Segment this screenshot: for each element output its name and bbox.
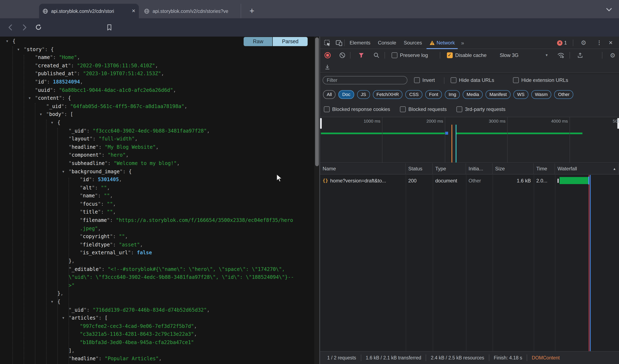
settings-gear-icon[interactable]: ⚙: [581, 40, 586, 46]
hide-data-urls-checkbox[interactable]: Hide data URLs: [451, 77, 494, 83]
checkbox[interactable]: [457, 106, 463, 112]
filter-chip-css[interactable]: CSS: [406, 90, 422, 99]
expand-triangle-icon[interactable]: ▾: [29, 94, 30, 102]
cell-text: document: [435, 178, 457, 183]
preserve-log-checkbox[interactable]: Preserve log: [392, 52, 428, 58]
devtools-tab-elements[interactable]: Elements: [346, 37, 374, 49]
tab-close-icon[interactable]: ✕: [132, 8, 136, 14]
devtools-tab-sources[interactable]: Sources: [400, 37, 426, 49]
browser-tab-inactive[interactable]: api.storyblok.com/v2/cdn/stories?ve: [141, 4, 241, 18]
back-button[interactable]: [7, 24, 14, 31]
checkbox[interactable]: [414, 77, 420, 83]
column-divider: [493, 175, 493, 351]
request-time[interactable]: 2.0...: [534, 175, 555, 186]
filter-chip-js[interactable]: JS: [357, 90, 370, 99]
devtools-close-icon[interactable]: ✕: [609, 40, 613, 46]
search-icon[interactable]: [373, 52, 380, 58]
column-header-size[interactable]: Size: [493, 163, 534, 174]
invert-checkbox[interactable]: Invert: [414, 77, 435, 83]
network-overview-timeline[interactable]: 1000 ms2000 ms3000 ms4000 ms5000 ms: [320, 117, 619, 163]
requests-table-header: NameStatusTypeInitia...SizeTimeWaterfall…: [320, 163, 619, 175]
bookmark-icon[interactable]: [106, 24, 113, 31]
kebab-menu-icon[interactable]: ⋮: [597, 40, 602, 46]
device-toolbar-icon[interactable]: [336, 40, 343, 47]
json-line: ▾"content": {: [0, 94, 314, 102]
filter-chip-manifest[interactable]: Manifest: [486, 90, 510, 99]
browser-toolbar: api.storyblok.com/v2/cdn/stories/home?ve…: [0, 18, 619, 37]
json-line: "focus": "",: [0, 200, 314, 208]
hide-extension-urls-checkbox[interactable]: Hide extension URLs: [513, 77, 568, 83]
checkbox[interactable]: [324, 106, 330, 112]
scrollbar-thumb[interactable]: [315, 37, 319, 166]
network-conditions-icon[interactable]: [557, 52, 564, 59]
filter-chip-ws[interactable]: WS: [513, 90, 528, 99]
divider: [570, 52, 570, 59]
filter-chip-wasm[interactable]: Wasm: [531, 90, 551, 99]
filter-input[interactable]: [323, 76, 408, 84]
column-header-type[interactable]: Type: [433, 163, 466, 174]
more-tabs-icon[interactable]: »: [459, 40, 466, 46]
filter-chip-doc[interactable]: Doc: [338, 90, 354, 99]
devtools-tab-console[interactable]: Console: [374, 37, 400, 49]
domcontentloaded-marker: [451, 125, 452, 162]
request-type[interactable]: document: [433, 175, 466, 186]
column-header-initia[interactable]: Initia...: [466, 163, 493, 174]
expand-triangle-icon[interactable]: ▾: [51, 298, 53, 306]
dropdown-chevron-icon[interactable]: ▼: [545, 54, 548, 57]
disable-cache-checkbox[interactable]: Disable cache: [447, 52, 487, 58]
filter-chip-other[interactable]: Other: [554, 90, 573, 99]
column-header-status[interactable]: Status: [406, 163, 433, 174]
column-header-waterfall[interactable]: Waterfall▲: [555, 163, 619, 174]
filter-chip-media[interactable]: Media: [463, 90, 483, 99]
export-har-icon[interactable]: [577, 52, 583, 58]
record-button[interactable]: [324, 52, 331, 59]
import-har-icon[interactable]: [324, 64, 330, 70]
expand-triangle-icon[interactable]: ▾: [51, 119, 53, 127]
checkbox[interactable]: [400, 106, 406, 112]
blocked-filter-checkbox[interactable]: Blocked requests: [400, 106, 447, 112]
checkbox[interactable]: [513, 77, 519, 83]
raw-button[interactable]: Raw: [244, 37, 273, 46]
timeline-gridline: [445, 117, 445, 162]
blocked-filter-checkbox[interactable]: Blocked response cookies: [324, 106, 390, 112]
expand-triangle-icon[interactable]: ▾: [6, 37, 8, 45]
tab-search-chevron-icon[interactable]: [604, 5, 614, 14]
checkbox-checked[interactable]: [447, 52, 453, 58]
overview-left-handle[interactable]: [320, 118, 322, 129]
request-name[interactable]: {}home?version=draft&to...: [320, 175, 406, 186]
checkbox[interactable]: [451, 77, 456, 83]
throttling-dropdown[interactable]: Slow 3G: [500, 52, 519, 58]
domcontentloaded-line: [590, 175, 591, 351]
checkbox[interactable]: [392, 52, 397, 58]
blocked-filter-checkbox[interactable]: 3rd-party requests: [457, 106, 506, 112]
parsed-button[interactable]: Parsed: [273, 37, 308, 46]
expand-triangle-icon[interactable]: ▾: [40, 111, 42, 119]
request-status[interactable]: 200: [406, 175, 433, 186]
clear-button[interactable]: [339, 52, 345, 58]
expand-triangle-icon[interactable]: ▾: [17, 45, 19, 54]
expand-triangle-icon[interactable]: ▾: [62, 168, 64, 176]
network-settings-gear-icon[interactable]: ⚙: [610, 52, 616, 58]
timeline-tick-label: 4000 ms: [551, 118, 568, 123]
request-initiator[interactable]: Other: [466, 175, 493, 186]
browser-tab-active[interactable]: api.storyblok.com/v2/cdn/stori ✕: [39, 4, 139, 18]
error-badge[interactable]: ✕ 1: [557, 40, 567, 46]
column-header-time[interactable]: Time: [534, 163, 555, 174]
expand-triangle-icon[interactable]: ▾: [62, 314, 64, 322]
json-line: "filename": "https://a.storyblok.com/f/1…: [0, 216, 314, 225]
request-size[interactable]: 1.6 kB: [493, 175, 534, 186]
devtools-panel: ElementsConsoleSourcesNetwork» ✕ 1 ⚙ ⋮ ✕: [319, 37, 619, 364]
filter-funnel-icon[interactable]: [358, 52, 364, 58]
sort-ascending-icon[interactable]: ▲: [613, 167, 616, 171]
new-tab-button[interactable]: +: [246, 5, 258, 17]
filter-chip-img[interactable]: Img: [445, 90, 460, 99]
scrollbar[interactable]: [314, 37, 319, 364]
reload-button[interactable]: [35, 24, 42, 31]
filter-chip-font[interactable]: Font: [425, 90, 442, 99]
devtools-tab-network[interactable]: Network: [426, 37, 459, 49]
inspect-element-icon[interactable]: [324, 40, 331, 47]
filter-chip-fetch-xhr[interactable]: Fetch/XHR: [373, 90, 403, 99]
filter-chip-all[interactable]: All: [323, 90, 336, 99]
column-header-name[interactable]: Name: [320, 163, 406, 174]
forward-button[interactable]: [21, 24, 28, 31]
